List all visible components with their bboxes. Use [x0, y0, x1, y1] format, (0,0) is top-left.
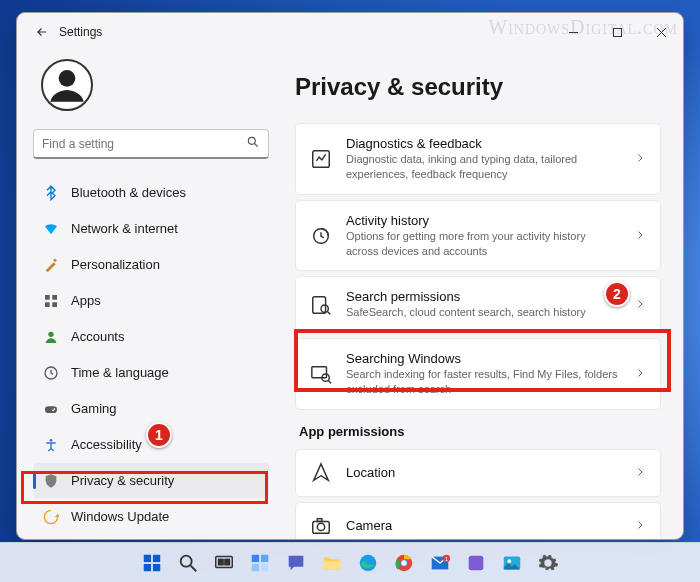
clock-icon [43, 365, 59, 381]
access-icon [43, 437, 59, 453]
page-heading: Privacy & security [295, 73, 661, 101]
chrome-icon[interactable] [389, 548, 419, 578]
svg-rect-36 [219, 559, 224, 565]
svg-line-6 [255, 143, 258, 146]
card-activity-history[interactable]: Activity historyOptions for getting more… [295, 200, 661, 272]
svg-line-25 [328, 380, 331, 383]
svg-rect-38 [252, 554, 259, 561]
activity-icon [310, 225, 332, 247]
svg-point-27 [317, 523, 324, 530]
sidebar-item-privacy-security[interactable]: Privacy & security [33, 463, 269, 498]
sidebar-item-label: Accessibility [71, 437, 142, 452]
svg-rect-11 [52, 302, 57, 307]
svg-point-5 [248, 137, 255, 144]
mail-icon[interactable]: 1 [425, 548, 455, 578]
window-title: Settings [59, 25, 102, 39]
edge-icon[interactable] [353, 548, 383, 578]
card-title: Searching Windows [346, 351, 620, 366]
chevron-right-icon [634, 150, 646, 168]
explorer-icon[interactable] [317, 548, 347, 578]
sidebar-item-label: Bluetooth & devices [71, 185, 186, 200]
titlebar: Settings [17, 13, 683, 51]
svg-rect-14 [45, 406, 57, 413]
sidebar-item-label: Gaming [71, 401, 117, 416]
svg-point-17 [50, 439, 53, 442]
svg-rect-39 [261, 554, 268, 561]
card-title: Search permissions [346, 289, 620, 304]
chevron-right-icon [634, 517, 646, 535]
searchperm-icon [310, 294, 332, 316]
maximize-button[interactable] [595, 13, 639, 51]
svg-point-15 [53, 408, 55, 410]
nav-list: Bluetooth & devicesNetwork & internetPer… [33, 175, 269, 533]
chevron-right-icon [634, 227, 646, 245]
update-icon [43, 509, 59, 525]
sidebar-item-apps[interactable]: Apps [33, 283, 269, 318]
card-title: Activity history [346, 213, 620, 228]
svg-rect-40 [252, 563, 259, 570]
svg-point-4 [59, 70, 76, 87]
settings-icon[interactable] [533, 548, 563, 578]
svg-rect-41 [261, 563, 268, 570]
card-subtitle: Search indexing for faster results, Find… [346, 367, 620, 397]
sidebar-item-bluetooth-devices[interactable]: Bluetooth & devices [33, 175, 269, 210]
sidebar-item-label: Network & internet [71, 221, 178, 236]
task-view-icon[interactable] [209, 548, 239, 578]
sidebar-item-time-language[interactable]: Time & language [33, 355, 269, 390]
card-camera[interactable]: Camera [295, 502, 661, 539]
chevron-right-icon [634, 296, 646, 314]
svg-point-21 [321, 305, 328, 312]
svg-rect-1 [613, 28, 621, 36]
apps-icon [43, 293, 59, 309]
back-button[interactable] [27, 17, 57, 47]
searchwin-icon [310, 363, 332, 385]
card-title: Location [346, 465, 620, 480]
sidebar-item-label: Accounts [71, 329, 124, 344]
user-avatar[interactable] [41, 59, 93, 111]
card-subtitle: SafeSearch, cloud content search, search… [346, 305, 620, 320]
card-location[interactable]: Location [295, 449, 661, 497]
annotation-badge-1: 1 [146, 422, 172, 448]
svg-rect-31 [144, 563, 151, 570]
card-diagnostics-feedback[interactable]: Diagnostics & feedbackDiagnostic data, i… [295, 123, 661, 195]
sidebar-item-windows-update[interactable]: Windows Update [33, 499, 269, 533]
chat-icon[interactable] [281, 548, 311, 578]
wifi-icon [43, 221, 59, 237]
game-icon [43, 401, 59, 417]
svg-rect-28 [317, 519, 322, 522]
sidebar-item-personalization[interactable]: Personalization [33, 247, 269, 282]
svg-rect-37 [225, 559, 230, 565]
card-subtitle: Diagnostic data, inking and typing data,… [346, 152, 620, 182]
svg-rect-29 [144, 554, 151, 561]
bluetooth-icon [43, 185, 59, 201]
taskbar-search-icon[interactable] [173, 548, 203, 578]
card-title: Diagnostics & feedback [346, 136, 620, 151]
minimize-button[interactable] [551, 13, 595, 51]
photos-icon[interactable] [497, 548, 527, 578]
widgets-icon[interactable] [245, 548, 275, 578]
search-input-container[interactable] [33, 129, 269, 159]
svg-text:1: 1 [445, 556, 448, 562]
svg-rect-9 [52, 295, 57, 300]
sidebar-item-accounts[interactable]: Accounts [33, 319, 269, 354]
card-searching-windows[interactable]: Searching WindowsSearch indexing for fas… [295, 338, 661, 410]
svg-point-52 [507, 559, 511, 563]
close-button[interactable] [639, 13, 683, 51]
settings-window: Settings Bluetooth & devicesNetwork & in… [16, 12, 684, 540]
svg-rect-8 [45, 295, 50, 300]
sidebar-item-label: Apps [71, 293, 101, 308]
svg-rect-32 [153, 563, 160, 570]
sidebar-item-network-internet[interactable]: Network & internet [33, 211, 269, 246]
app-icon-generic[interactable] [461, 548, 491, 578]
sidebar-item-gaming[interactable]: Gaming [33, 391, 269, 426]
svg-point-12 [48, 331, 53, 336]
brush-icon [43, 257, 59, 273]
sidebar-item-label: Privacy & security [71, 473, 174, 488]
card-title: Camera [346, 518, 620, 533]
search-input[interactable] [42, 137, 246, 151]
start-button[interactable] [137, 548, 167, 578]
diag-icon [310, 148, 332, 170]
svg-rect-7 [53, 258, 57, 262]
sidebar-item-label: Personalization [71, 257, 160, 272]
section-app-permissions: App permissions [299, 424, 661, 439]
